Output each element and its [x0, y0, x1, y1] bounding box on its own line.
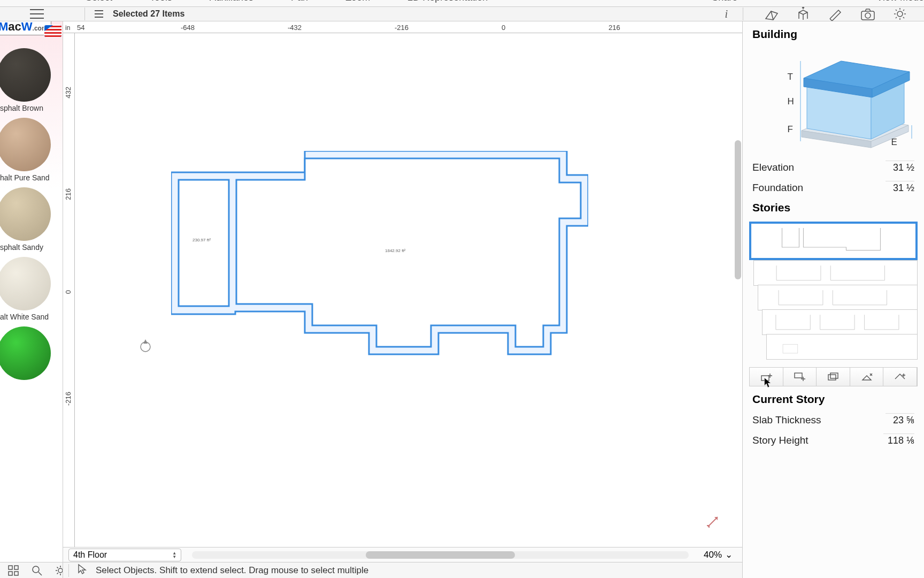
- zoom-value: 40%: [704, 550, 722, 560]
- ruler-vertical: 432 216 0 -216: [63, 33, 75, 547]
- material-label: alt White Sand: [0, 313, 49, 321]
- status-bar: Select Objects. Shift to extend select. …: [63, 562, 742, 578]
- zoom-selector[interactable]: 40% ⌄: [699, 549, 737, 560]
- menu-share[interactable]: Share: [712, 0, 737, 3]
- inspector-title: Building: [743, 21, 924, 45]
- chevron-down-icon: ⌄: [725, 549, 733, 560]
- material-label: halt Pure Sand: [0, 173, 50, 182]
- svg-rect-13: [828, 375, 836, 380]
- drawing-canvas[interactable]: 230.97 ft² 1842.92 ft²: [75, 33, 742, 547]
- grid-icon[interactable]: [7, 565, 19, 576]
- story-thumbnail[interactable]: [762, 309, 918, 335]
- svg-rect-4: [14, 566, 18, 569]
- menu-select[interactable]: Select: [86, 0, 112, 3]
- menu-2d-rep[interactable]: 2D Representation: [407, 0, 488, 3]
- menu-zoom[interactable]: Zoom: [345, 0, 370, 3]
- info-icon[interactable]: i: [725, 8, 733, 20]
- separator: [68, 564, 69, 577]
- story-thumbnail[interactable]: [749, 222, 918, 260]
- sun-icon[interactable]: [892, 7, 908, 21]
- material-swatch: [0, 187, 51, 241]
- svg-rect-12: [795, 373, 802, 378]
- slab-thickness-value[interactable]: 23 ⅝: [886, 413, 914, 427]
- material-item[interactable]: sphalt Sandy: [0, 187, 63, 252]
- dim-label-e: E: [891, 137, 897, 148]
- building-diagram: T H F E: [764, 45, 903, 157]
- stepper-icon[interactable]: ▲▼: [172, 551, 176, 559]
- canvas-footer: 4th Floor ▲▼ 40% ⌄: [63, 547, 742, 562]
- menu-auxiliaries[interactable]: Auxiliaries: [210, 0, 253, 3]
- floor-selector[interactable]: 4th Floor ▲▼: [68, 549, 181, 561]
- material-item[interactable]: alt White Sand: [0, 257, 63, 321]
- pencil-icon[interactable]: [828, 7, 844, 21]
- svg-rect-6: [14, 572, 18, 575]
- svg-point-2: [897, 11, 903, 17]
- foundation-label: Foundation: [752, 182, 886, 194]
- main-menu[interactable]: Select Tools Auxiliaries Pan Zoom 2D Rep…: [0, 0, 924, 6]
- svg-point-8: [58, 568, 63, 573]
- slab-thickness-label: Slab Thickness: [752, 414, 886, 426]
- selection-toolbar: Selected 27 Items i: [0, 6, 924, 21]
- material-label: sphalt Sandy: [0, 243, 43, 252]
- svg-rect-3: [9, 566, 12, 569]
- dim-label-h: H: [788, 96, 794, 107]
- perspective-tool-icon[interactable]: [764, 7, 780, 21]
- material-label: sphalt Brown: [0, 104, 43, 112]
- svg-point-7: [33, 566, 39, 573]
- separator: [743, 7, 743, 20]
- story-thumbnail[interactable]: [766, 334, 918, 360]
- slab-thickness-row: Slab Thickness 23 ⅝: [743, 410, 924, 430]
- selection-count-label: Selected 27 Items: [113, 9, 184, 19]
- delete-story-button[interactable]: [850, 368, 884, 386]
- material-item[interactable]: sphalt Brown: [0, 48, 63, 112]
- story-thumbnail[interactable]: [753, 260, 918, 286]
- horizontal-scrollbar[interactable]: [192, 551, 689, 559]
- material-swatch: [0, 257, 51, 310]
- story-height-value[interactable]: 118 ⅛: [883, 434, 914, 447]
- dim-label-f: F: [788, 124, 793, 135]
- menu-tools[interactable]: Tools: [150, 0, 172, 3]
- elevation-value[interactable]: 31 ½: [886, 161, 914, 174]
- stories-list: [749, 222, 918, 360]
- camera-icon[interactable]: [860, 7, 876, 21]
- sidebar-bottom-toolbar: [0, 562, 63, 578]
- duplicate-story-button[interactable]: [817, 368, 850, 386]
- floor-selector-label: 4th Floor: [73, 550, 107, 560]
- room-area-label: 1842.92 ft²: [385, 248, 405, 253]
- foundation-value[interactable]: 31 ½: [886, 181, 914, 195]
- elevation-row: Elevation 31 ½: [743, 157, 924, 178]
- material-item[interactable]: [0, 326, 63, 382]
- story-toolbar: [749, 367, 918, 386]
- canvas-area: in 54 -648 -432 -216 0 216 432 216 0 -21…: [63, 21, 742, 578]
- axis-arrow-icon: [707, 514, 721, 528]
- material-swatch: [0, 48, 51, 102]
- svg-rect-10: [783, 344, 798, 353]
- magnify-icon[interactable]: [31, 565, 43, 576]
- list-icon[interactable]: [30, 9, 44, 19]
- vertical-scrollbar[interactable]: [735, 140, 741, 279]
- selection-list-icon[interactable]: [95, 10, 103, 18]
- floor-plan[interactable]: 230.97 ft² 1842.92 ft²: [171, 151, 588, 378]
- stories-title: Stories: [743, 198, 924, 218]
- material-item[interactable]: halt Pure Sand: [0, 118, 63, 182]
- menu-pan[interactable]: Pan: [291, 0, 308, 3]
- elevation-label: Elevation: [752, 162, 886, 173]
- add-story-below-button[interactable]: [783, 368, 817, 386]
- ruler-horizontal: in 54 -648 -432 -216 0 216: [63, 21, 742, 33]
- materials-sidebar: MacW.com sphalt Brown halt Pure Sand sph…: [0, 21, 63, 578]
- menu-view-mode[interactable]: View Mode: [876, 0, 924, 3]
- gear-icon[interactable]: [55, 565, 63, 576]
- cursor-icon: [761, 377, 774, 388]
- scrollbar-thumb[interactable]: [366, 551, 515, 559]
- inspector-panel: Building T: [742, 21, 924, 578]
- extrude-tool-icon[interactable]: [796, 7, 812, 21]
- material-swatch: [0, 326, 51, 380]
- story-thumbnail[interactable]: [758, 285, 918, 310]
- svg-rect-5: [9, 572, 12, 575]
- status-text: Select Objects. Shift to extend select. …: [96, 565, 368, 576]
- flag-icon: [44, 25, 62, 37]
- arrow-tool-icon[interactable]: [76, 563, 88, 577]
- add-roof-button[interactable]: [883, 368, 917, 386]
- material-swatch: [0, 118, 51, 171]
- compass-icon[interactable]: [139, 338, 152, 353]
